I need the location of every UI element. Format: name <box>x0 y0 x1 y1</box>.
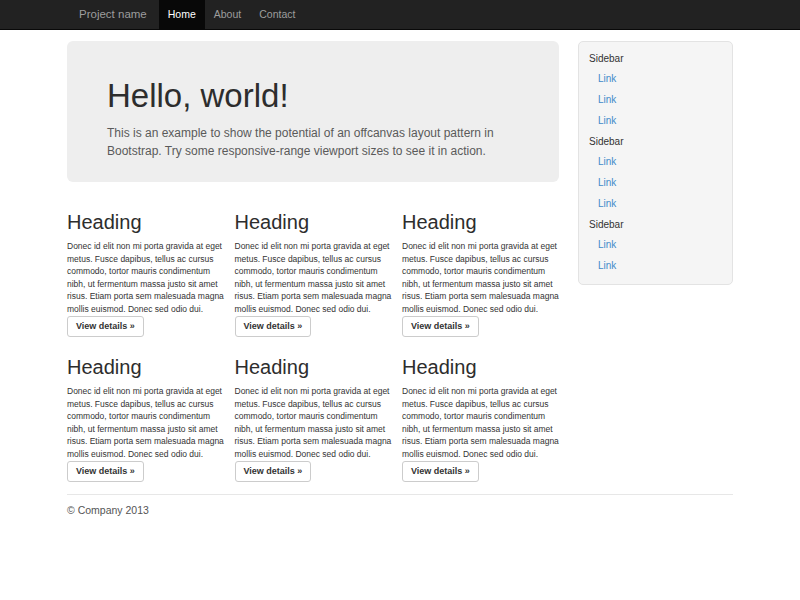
jumbotron-description: This is an example to show the potential… <box>107 124 507 160</box>
sidebar-column: Sidebar Link Link Link Sidebar Link Link… <box>578 30 733 482</box>
card-body-text: Donec id elit non mi porta gravida at eg… <box>402 240 559 315</box>
sidebar-link[interactable]: Link <box>579 193 732 214</box>
card-heading: Heading <box>235 355 392 379</box>
page-title: Hello, world! <box>107 77 519 114</box>
sidebar-link[interactable]: Link <box>579 151 732 172</box>
sidebar-link[interactable]: Link <box>579 110 732 131</box>
card-body-text: Donec id elit non mi porta gravida at eg… <box>67 240 224 315</box>
sidebar-link[interactable]: Link <box>579 234 732 255</box>
sidebar-panel: Sidebar Link Link Link Sidebar Link Link… <box>578 41 733 285</box>
nav-item-about[interactable]: About <box>205 0 250 30</box>
feature-card-2: Heading Donec id elit non mi porta gravi… <box>235 210 392 337</box>
navbar-brand[interactable]: Project name <box>67 0 159 30</box>
cards-row-2: Heading Donec id elit non mi porta gravi… <box>67 355 559 482</box>
feature-card-5: Heading Donec id elit non mi porta gravi… <box>235 355 392 482</box>
feature-card-6: Heading Donec id elit non mi porta gravi… <box>402 355 559 482</box>
view-details-button[interactable]: View details » <box>67 461 144 482</box>
navbar-menu: Home About Contact <box>159 0 305 30</box>
card-body-text: Donec id elit non mi porta gravida at eg… <box>67 385 224 460</box>
view-details-button[interactable]: View details » <box>402 461 479 482</box>
feature-card-1: Heading Donec id elit non mi porta gravi… <box>67 210 224 337</box>
view-details-button[interactable]: View details » <box>402 316 479 337</box>
nav-item-contact[interactable]: Contact <box>250 0 304 30</box>
copyright-text: © Company 2013 <box>67 504 733 516</box>
view-details-button[interactable]: View details » <box>235 316 312 337</box>
page-container: Hello, world! This is an example to show… <box>67 30 733 536</box>
feature-card-3: Heading Donec id elit non mi porta gravi… <box>402 210 559 337</box>
cards-row-1: Heading Donec id elit non mi porta gravi… <box>67 210 559 337</box>
main-row: Hello, world! This is an example to show… <box>67 30 733 482</box>
sidebar-group-header-1: Sidebar <box>579 48 732 68</box>
navbar-inner: Project name Home About Contact <box>67 0 733 30</box>
sidebar-link[interactable]: Link <box>579 89 732 110</box>
sidebar-group-header-3: Sidebar <box>579 214 732 234</box>
card-heading: Heading <box>402 355 559 379</box>
sidebar-link[interactable]: Link <box>579 172 732 193</box>
card-body-text: Donec id elit non mi porta gravida at eg… <box>235 385 392 460</box>
view-details-button[interactable]: View details » <box>67 316 144 337</box>
card-heading: Heading <box>235 210 392 234</box>
sidebar-group-header-2: Sidebar <box>579 131 732 151</box>
card-body-text: Donec id elit non mi porta gravida at eg… <box>402 385 559 460</box>
sidebar-link[interactable]: Link <box>579 68 732 89</box>
navbar: Project name Home About Contact <box>0 0 800 30</box>
footer: © Company 2013 <box>67 494 733 536</box>
feature-card-4: Heading Donec id elit non mi porta gravi… <box>67 355 224 482</box>
card-heading: Heading <box>402 210 559 234</box>
jumbotron: Hello, world! This is an example to show… <box>67 41 559 182</box>
card-heading: Heading <box>67 210 224 234</box>
main-content: Hello, world! This is an example to show… <box>67 30 559 482</box>
card-body-text: Donec id elit non mi porta gravida at eg… <box>235 240 392 315</box>
nav-item-home[interactable]: Home <box>159 0 205 30</box>
card-heading: Heading <box>67 355 224 379</box>
sidebar-link[interactable]: Link <box>579 255 732 276</box>
view-details-button[interactable]: View details » <box>235 461 312 482</box>
